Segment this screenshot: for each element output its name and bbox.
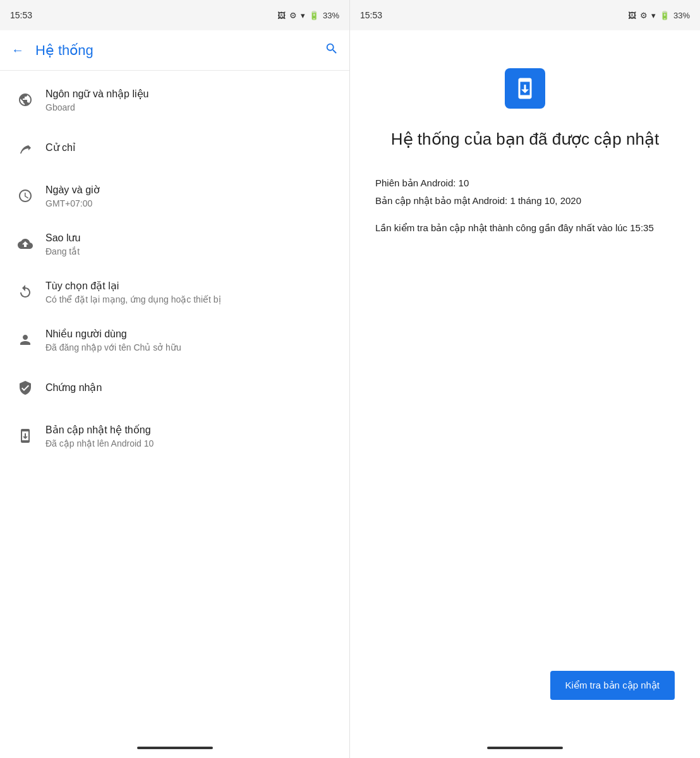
menu-item-certificate[interactable]: Chứng nhận bbox=[0, 364, 349, 412]
reset-subtitle: Có thể đặt lại mạng, ứng dụng hoặc thiết… bbox=[45, 294, 339, 304]
status-bar-right: 15:53 🖼 ⚙ ▾ 🔋 33% bbox=[350, 0, 700, 30]
menu-item-multiuser[interactable]: Nhiều người dùng Đã đăng nhập với tên Ch… bbox=[0, 316, 349, 364]
sysupdate-title: Bản cập nhật hệ thống bbox=[45, 423, 339, 437]
right-content: Hệ thống của bạn đã được cập nhật Phiên … bbox=[350, 30, 700, 738]
home-indicator-left bbox=[137, 747, 213, 749]
language-title: Ngôn ngữ và nhập liệu bbox=[45, 87, 339, 101]
settings-status-icon: ⚙ bbox=[289, 11, 297, 20]
update-title: Hệ thống của bạn đã được cập nhật bbox=[391, 129, 659, 150]
clock-icon bbox=[10, 181, 40, 211]
globe-icon bbox=[10, 85, 40, 115]
battery-percent-left: 33% bbox=[323, 11, 339, 20]
search-icon bbox=[325, 42, 339, 59]
backup-icon bbox=[10, 229, 40, 259]
update-info: Phiên bản Android: 10 Bản cập nhật bảo m… bbox=[375, 176, 675, 238]
battery-icon-left: 🔋 bbox=[309, 11, 319, 20]
time-right: 15:53 bbox=[360, 10, 382, 20]
notification-icon-right: 🖼 bbox=[628, 11, 636, 20]
notification-icon: 🖼 bbox=[277, 11, 286, 20]
back-icon: ← bbox=[11, 43, 24, 57]
backup-title: Sao lưu bbox=[45, 231, 339, 245]
app-bar: ← Hệ thống bbox=[0, 30, 349, 71]
sysupdate-text: Bản cập nhật hệ thống Đã cập nhật lên An… bbox=[40, 423, 339, 448]
multiuser-subtitle: Đã đăng nhập với tên Chủ sở hữu bbox=[45, 342, 339, 352]
menu-item-sysupdate[interactable]: Bản cập nhật hệ thống Đã cập nhật lên An… bbox=[0, 412, 349, 460]
status-icons-right: 🖼 ⚙ ▾ 🔋 33% bbox=[628, 11, 690, 20]
language-text: Ngôn ngữ và nhập liệu Gboard bbox=[40, 87, 339, 112]
settings-status-icon-right: ⚙ bbox=[640, 11, 648, 20]
back-button[interactable]: ← bbox=[5, 38, 30, 63]
battery-percent-right: 33% bbox=[673, 11, 690, 20]
search-button[interactable] bbox=[319, 38, 344, 63]
datetime-title: Ngày và giờ bbox=[45, 183, 339, 197]
reset-icon bbox=[10, 277, 40, 307]
menu-item-reset[interactable]: Tùy chọn đặt lại Có thể đặt lại mạng, ứn… bbox=[0, 268, 349, 316]
datetime-text: Ngày và giờ GMT+07:00 bbox=[40, 183, 339, 208]
status-icons-left: 🖼 ⚙ ▾ 🔋 33% bbox=[277, 11, 339, 20]
wifi-icon-right: ▾ bbox=[651, 11, 656, 20]
battery-icon-right: 🔋 bbox=[660, 11, 670, 20]
system-update-icon bbox=[505, 68, 545, 109]
sysupdate-subtitle: Đã cập nhật lên Android 10 bbox=[45, 438, 339, 448]
user-icon bbox=[10, 325, 40, 355]
gesture-text: Cử chỉ bbox=[40, 141, 339, 155]
language-subtitle: Gboard bbox=[45, 102, 339, 112]
backup-subtitle: Đang tắt bbox=[45, 246, 339, 256]
menu-item-gesture[interactable]: Cử chỉ bbox=[0, 124, 349, 172]
gesture-title: Cử chỉ bbox=[45, 141, 339, 155]
time-left: 15:53 bbox=[10, 10, 32, 20]
status-bar-left: 15:53 🖼 ⚙ ▾ 🔋 33% bbox=[0, 0, 349, 30]
wifi-icon: ▾ bbox=[301, 11, 305, 20]
menu-item-datetime[interactable]: Ngày và giờ GMT+07:00 bbox=[0, 172, 349, 220]
menu-item-backup[interactable]: Sao lưu Đang tắt bbox=[0, 220, 349, 268]
nav-indicator-left bbox=[0, 738, 349, 758]
check-update-button[interactable]: Kiểm tra bản cập nhật bbox=[550, 671, 675, 700]
menu-list: Ngôn ngữ và nhập liệu Gboard Cử chỉ bbox=[0, 71, 349, 738]
sysupdate-icon bbox=[10, 421, 40, 451]
gesture-icon bbox=[10, 133, 40, 163]
right-panel: 15:53 🖼 ⚙ ▾ 🔋 33% Hệ thống của bạn đã đư… bbox=[350, 0, 700, 758]
certificate-icon bbox=[10, 373, 40, 403]
certificate-title: Chứng nhận bbox=[45, 381, 339, 395]
security-patch: Bản cập nhật bảo mật Android: 1 tháng 10… bbox=[375, 193, 675, 208]
home-indicator-right bbox=[487, 747, 563, 749]
reset-text: Tùy chọn đặt lại Có thể đặt lại mạng, ứn… bbox=[40, 279, 339, 304]
menu-item-language[interactable]: Ngôn ngữ và nhập liệu Gboard bbox=[0, 76, 349, 124]
last-check-info: Lần kiểm tra bản cập nhật thành công gần… bbox=[375, 221, 675, 236]
datetime-subtitle: GMT+07:00 bbox=[45, 198, 339, 208]
backup-text: Sao lưu Đang tắt bbox=[40, 231, 339, 256]
left-panel: 15:53 🖼 ⚙ ▾ 🔋 33% ← Hệ thống bbox=[0, 0, 350, 758]
certificate-text: Chứng nhận bbox=[40, 381, 339, 395]
page-title: Hệ thống bbox=[35, 42, 314, 59]
reset-title: Tùy chọn đặt lại bbox=[45, 279, 339, 293]
android-version: Phiên bản Android: 10 bbox=[375, 176, 675, 191]
multiuser-text: Nhiều người dùng Đã đăng nhập với tên Ch… bbox=[40, 327, 339, 352]
nav-indicator-right bbox=[350, 738, 700, 758]
multiuser-title: Nhiều người dùng bbox=[45, 327, 339, 341]
